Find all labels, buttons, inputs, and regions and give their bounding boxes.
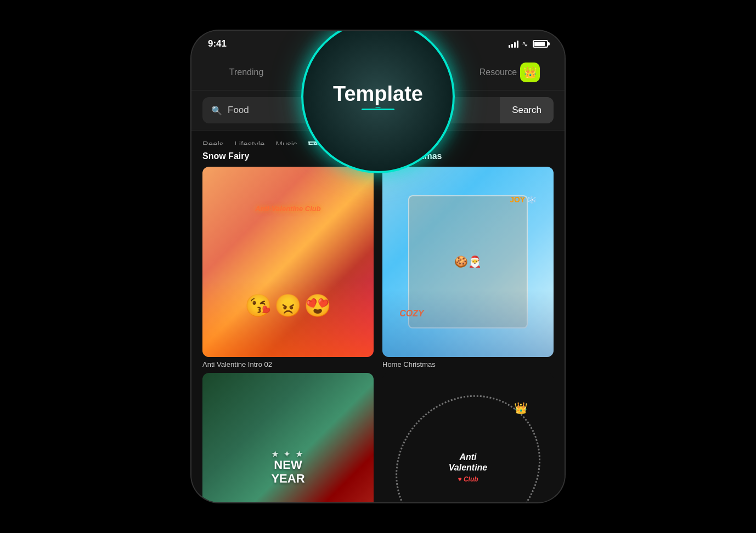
search-placeholder-text: Food	[228, 105, 249, 116]
card-valentine-label: Anti Valentine Intro 02	[202, 360, 374, 368]
category-music[interactable]: Music	[275, 139, 297, 141]
section-big-christmas: Big Christmas 🍪🎅 COZY JOY ❄️ Home Christ…	[382, 151, 554, 368]
status-icons: ∿	[509, 39, 548, 48]
wifi-icon: ∿	[522, 39, 528, 48]
joy-text: JOY ❄️	[510, 195, 537, 204]
antival2-text: AntiValentine♥ Club	[449, 452, 488, 484]
card-antival2[interactable]: AntiValentine♥ Club 👑	[382, 373, 554, 502]
tab-resource[interactable]: Resource 👑	[466, 59, 554, 86]
phone-wrapper: 9:41 ∿ Trending Template	[191, 31, 565, 502]
content-grid: Snow Fairy Anti-Valentine Club 😘😠😍 Anti …	[191, 145, 565, 502]
template-underline	[362, 109, 394, 110]
card-christmas-label: Home Christmas	[382, 360, 554, 368]
tab-resource-label: Resource	[479, 67, 517, 77]
tab-trending[interactable]: Trending	[202, 64, 290, 81]
search-button[interactable]: Search	[500, 97, 554, 123]
category-lifestyle[interactable]: Lifestyle	[234, 139, 264, 141]
section-row-2: ★ ✦ ★ NEWYEAR AntiValentine♥	[202, 373, 554, 502]
section-row-1: Snow Fairy Anti-Valentine Club 😘😠😍 Anti …	[202, 151, 554, 368]
card-newyear[interactable]: ★ ✦ ★ NEWYEAR	[202, 373, 374, 502]
card-valentine-title-text: Anti-Valentine Club	[255, 205, 320, 213]
card-valentine[interactable]: Anti-Valentine Club 😘😠😍	[202, 167, 374, 357]
section-snow-fairy: Snow Fairy Anti-Valentine Club 😘😠😍 Anti …	[202, 151, 374, 368]
search-icon: 🔍	[211, 105, 222, 116]
newyear-text: ★ ✦ ★ NEWYEAR	[271, 450, 304, 485]
signal-icon	[509, 40, 518, 48]
status-time: 9:41	[208, 38, 227, 49]
section-newyear: ★ ✦ ★ NEWYEAR	[202, 373, 374, 502]
card-christmas[interactable]: 🍪🎅 COZY JOY ❄️	[382, 167, 554, 357]
phone-frame: 9:41 ∿ Trending Template	[191, 31, 565, 502]
category-reels[interactable]: Reels	[202, 139, 223, 141]
battery-icon	[533, 40, 548, 48]
crown-badge: 👑	[520, 63, 540, 82]
section-antival2: AntiValentine♥ Club 👑	[382, 373, 554, 502]
